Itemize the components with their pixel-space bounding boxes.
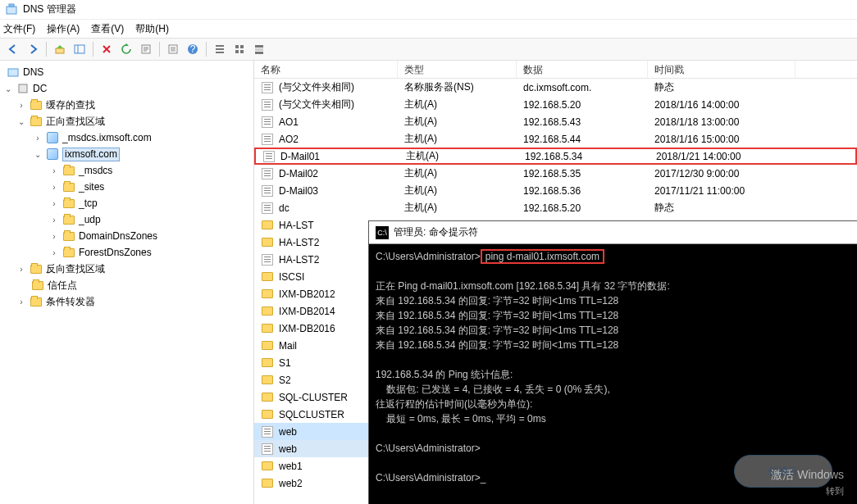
back-button[interactable]	[5, 41, 21, 57]
chevron-right-icon[interactable]: ›	[49, 183, 59, 192]
folder-icon	[261, 460, 274, 473]
chevron-right-icon[interactable]: ›	[49, 216, 59, 225]
menu-action[interactable]: 操作(A)	[47, 22, 80, 36]
svg-rect-16	[8, 69, 18, 76]
folder-icon	[261, 391, 274, 404]
record-icon	[262, 150, 276, 163]
folder-icon	[261, 477, 274, 490]
view-list3[interactable]	[251, 41, 267, 57]
svg-rect-13	[255, 45, 263, 48]
tree-fwd-zone[interactable]: ⌄正向查找区域	[0, 113, 253, 129]
record-icon	[261, 167, 274, 180]
chevron-right-icon[interactable]: ›	[49, 232, 59, 241]
help-button[interactable]: ?	[185, 41, 201, 57]
folder-icon	[261, 356, 274, 370]
menu-help[interactable]: 帮助(H)	[135, 22, 169, 36]
chevron-right-icon[interactable]: ›	[49, 166, 59, 175]
tree-cached[interactable]: ›缓存的查找	[0, 97, 253, 113]
tree-sub-fdz[interactable]: ›ForestDnsZones	[0, 244, 253, 261]
server-icon	[16, 82, 30, 95]
svg-rect-9	[235, 45, 239, 48]
folder-icon	[261, 339, 274, 352]
windows-activation-sub: 转到	[826, 485, 844, 497]
view-list1[interactable]	[212, 41, 228, 57]
tree-sub-msdcs[interactable]: ›_msdcs	[0, 162, 253, 179]
tree-sub-sites[interactable]: ›_sites	[0, 179, 253, 195]
col-data[interactable]: 数据	[517, 61, 648, 78]
folder-icon	[62, 229, 75, 243]
separator	[46, 42, 47, 57]
yisu-logo: 亿速云	[734, 455, 832, 488]
tree-cond[interactable]: ›条件转发器	[0, 293, 253, 310]
record-icon	[261, 184, 274, 198]
table-row[interactable]: D-Mail01主机(A)192.168.5.342018/1/21 14:00…	[254, 148, 857, 165]
list-header: 名称 类型 数据 时间戳	[254, 61, 857, 79]
tree-rev-zone[interactable]: ›反向查找区域	[0, 261, 253, 277]
view-list2[interactable]	[231, 41, 248, 57]
up-button[interactable]	[52, 41, 68, 57]
folder-icon	[62, 164, 75, 177]
svg-rect-3	[75, 45, 84, 53]
tree-root-dns[interactable]: DNS	[0, 64, 253, 80]
export-button[interactable]	[138, 41, 154, 57]
separator	[206, 42, 207, 57]
table-row[interactable]: dc主机(A)192.168.5.20静态	[254, 199, 857, 216]
table-row[interactable]: D-Mail03主机(A)192.168.5.362017/11/21 11:0…	[254, 182, 857, 199]
table-row[interactable]: (与父文件夹相同)名称服务器(NS)dc.ixmsoft.com.静态	[254, 79, 857, 96]
record-icon	[261, 98, 274, 111]
col-name[interactable]: 名称	[254, 61, 398, 78]
chevron-right-icon[interactable]: ›	[16, 101, 26, 110]
cmd-titlebar[interactable]: C:\ 管理员: 命令提示符	[369, 221, 857, 244]
table-row[interactable]: AO1主机(A)192.168.5.432018/1/18 13:00:00	[254, 113, 857, 130]
col-type[interactable]: 类型	[398, 61, 517, 78]
chevron-down-icon[interactable]: ⌄	[33, 150, 43, 159]
tree-zone-msdcs[interactable]: ›_msdcs.ixmsoft.com	[0, 129, 253, 146]
pane-button[interactable]	[71, 41, 88, 57]
svg-rect-1	[9, 4, 14, 7]
svg-rect-14	[255, 48, 263, 51]
separator	[159, 42, 160, 57]
record-icon	[261, 425, 274, 438]
tree-server-dc[interactable]: ⌄DC	[0, 80, 253, 97]
tree-sub-udp[interactable]: ›_udp	[0, 211, 253, 228]
menu-view[interactable]: 查看(V)	[91, 22, 124, 36]
menu-file[interactable]: 文件(F)	[3, 22, 35, 36]
forward-button[interactable]	[25, 41, 41, 57]
record-icon	[261, 202, 274, 215]
delete-button[interactable]	[98, 41, 115, 57]
zone-icon	[46, 131, 59, 144]
tree-sub-ddz[interactable]: ›DomainDnsZones	[0, 228, 253, 244]
tree-pane[interactable]: DNS ⌄DC ›缓存的查找 ⌄正向查找区域 ›_msdcs.ixmsoft.c…	[0, 61, 254, 504]
zone-icon	[46, 148, 59, 161]
folder-icon	[62, 213, 75, 226]
table-row[interactable]: AO2主机(A)192.168.5.442018/1/16 15:00:00	[254, 130, 857, 148]
table-row[interactable]: D-Mail02主机(A)192.168.5.352017/12/30 9:00…	[254, 165, 857, 182]
folder-icon	[261, 270, 274, 284]
window-titlebar: DNS 管理器	[0, 0, 857, 20]
chevron-right-icon[interactable]: ›	[16, 297, 26, 306]
chevron-right-icon[interactable]: ›	[49, 248, 59, 257]
folder-icon	[261, 236, 274, 249]
svg-rect-0	[7, 7, 16, 14]
col-ts[interactable]: 时间戳	[648, 61, 795, 78]
refresh-button[interactable]	[118, 41, 134, 57]
table-row[interactable]: (与父文件夹相同)主机(A)192.168.5.202018/1/16 14:0…	[254, 96, 857, 113]
tree-trust[interactable]: 信任点	[0, 277, 253, 293]
menubar: 文件(F) 操作(A) 查看(V) 帮助(H)	[0, 20, 857, 38]
folder-icon	[62, 197, 75, 210]
folder-icon	[261, 288, 274, 301]
chevron-right-icon[interactable]: ›	[33, 134, 43, 143]
chevron-down-icon[interactable]: ⌄	[16, 117, 26, 126]
properties-button[interactable]	[165, 41, 181, 57]
chevron-down-icon[interactable]: ⌄	[3, 84, 13, 93]
folder-icon	[261, 305, 274, 318]
folder-icon	[261, 322, 274, 335]
chevron-right-icon[interactable]: ›	[16, 265, 26, 274]
tree-zone-ixmsoft[interactable]: ⌄ixmsoft.com	[0, 146, 253, 162]
toolbar: ?	[0, 38, 857, 61]
tree-sub-tcp[interactable]: ›_tcp	[0, 195, 253, 211]
folder-icon	[30, 115, 43, 128]
svg-rect-10	[240, 45, 244, 48]
chevron-right-icon[interactable]: ›	[49, 199, 59, 208]
record-icon	[261, 81, 274, 94]
